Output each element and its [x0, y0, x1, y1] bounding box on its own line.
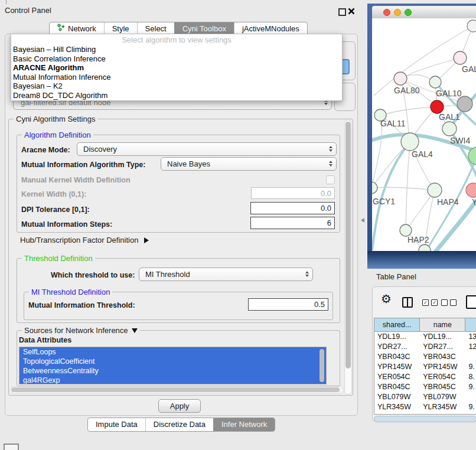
node-top-partial[interactable] — [467, 20, 476, 32]
node-gal4[interactable] — [401, 133, 419, 151]
which-threshold-combobox[interactable]: MI Threshold — [139, 268, 313, 281]
node-hap4[interactable] — [428, 183, 442, 197]
table-row[interactable]: YBL079WYBL079W — [374, 392, 476, 402]
which-threshold-label: Which threshold to use: — [51, 271, 135, 279]
stepper-arrows-icon — [305, 271, 309, 277]
data-attribute-item[interactable]: SelfLoops — [19, 347, 326, 357]
table-row[interactable]: YER054CYER054C8. — [374, 372, 476, 382]
algorithm-popup: Select algorithm to view settings Bayesi… — [11, 34, 343, 101]
table-row[interactable]: YIL052CYIL052C9. — [374, 412, 476, 415]
mi-steps-label: Mutual Information Steps: — [21, 220, 112, 229]
zoom-traffic-light-icon[interactable] — [405, 9, 412, 16]
table-rows: YDL19...YDL19...13YDR27...YDR27...12YBR0… — [374, 332, 476, 415]
settings-hscrollbar-thumb[interactable] — [11, 387, 340, 392]
float-window-icon[interactable] — [338, 8, 346, 16]
sources-title-row[interactable]: Sources for Network Inference — [22, 326, 140, 335]
table-cell: YDL19... — [374, 332, 420, 342]
node-swi4[interactable] — [442, 122, 457, 136]
algorithm-popup-item[interactable]: ARACNE Algorithm — [11, 63, 342, 73]
table-cell: YIL052C — [420, 412, 465, 415]
node-label: GAL1 — [439, 112, 460, 122]
node-gray[interactable] — [457, 96, 472, 112]
column-header-shared-name[interactable]: shared... — [374, 318, 420, 332]
node-gal80[interactable] — [394, 72, 407, 85]
tab-impute-data[interactable]: Impute Data — [88, 418, 145, 431]
show-columns-checked-icon[interactable]: ✓ ✓ — [422, 299, 438, 306]
tab-discretize-data[interactable]: Discretize Data — [145, 418, 213, 431]
data-attribute-item[interactable]: gal4RGexp — [19, 376, 326, 384]
column-header-partial[interactable] — [465, 318, 476, 332]
node-gcy1[interactable] — [372, 182, 377, 194]
table-cell: YDR27... — [374, 342, 420, 352]
columns-icon[interactable] — [402, 297, 413, 308]
checked-box-icon: ✓ — [431, 299, 438, 306]
mi-type-combobox[interactable]: Naive Bayes — [161, 157, 337, 171]
node-hap2[interactable] — [400, 224, 412, 236]
table-cell: 9. — [465, 382, 476, 392]
hide-columns-unchecked-icon[interactable] — [441, 299, 457, 306]
table-cell: YER054C — [374, 372, 420, 382]
checked-box-icon: ✓ — [422, 299, 429, 306]
mi-threshold-title: MI Threshold Definition — [29, 288, 112, 296]
table-row[interactable]: YPR145WYPR145W9. — [374, 362, 476, 372]
table-cell: YER054C — [420, 372, 465, 382]
algorithm-definition-title: Algorithm Definition — [22, 131, 93, 139]
algorithm-popup-item[interactable]: Bayesian – Hill Climbing — [11, 45, 342, 54]
node-pink[interactable] — [466, 183, 476, 197]
algorithm-popup-item[interactable]: Bayesian – K2 — [11, 81, 342, 91]
data-attributes-list[interactable]: SelfLoopsTopologicalCoefficientBetweenne… — [19, 347, 327, 384]
sources-title: Sources for Network Inference — [24, 326, 128, 335]
data-attribute-item[interactable]: BetweennessCentrality — [19, 366, 326, 376]
threshold-definition-title: Threshold Definition — [22, 254, 95, 263]
hub-definition-expander[interactable]: Hub/Transcription Factor Definition — [20, 236, 149, 244]
collapse-down-icon — [132, 328, 138, 333]
algorithm-popup-item[interactable]: Mutual Information Inference — [11, 73, 342, 82]
table-cell: YBR045C — [374, 382, 420, 392]
algorithm-popup-item[interactable]: Basic Correlation Inference — [11, 54, 342, 64]
network-canvas[interactable]: GAL7GAL80GAL10GAL1SWI4GAL4GAL11GCY1HAP4Y… — [372, 18, 476, 251]
kernel-width-field[interactable]: 0.0 — [251, 187, 335, 199]
algorithm-popup-list: Bayesian – Hill ClimbingBasic Correlatio… — [11, 45, 342, 100]
gear-icon[interactable]: ⚙ — [381, 292, 392, 306]
aracne-mode-combobox[interactable]: Discovery — [77, 142, 337, 156]
table-row[interactable]: YLR345WYLR345W9. — [374, 402, 476, 412]
table-hscrollbar[interactable] — [374, 416, 476, 422]
tab-infer-network[interactable]: Infer Network — [213, 418, 275, 431]
mi-steps-field[interactable]: 6 — [250, 217, 335, 229]
table-cell: YBR043C — [420, 352, 465, 362]
stepper-arrows-icon — [329, 161, 332, 167]
cyni-bottom-tabs: Impute Data Discretize Data Infer Networ… — [87, 418, 275, 432]
close-icon[interactable] — [348, 6, 355, 14]
table-cell: YDL19... — [420, 332, 465, 342]
dpi-tolerance-field[interactable]: 0.0 — [250, 202, 335, 214]
kernel-width-label: Kernel Width (0,1): — [21, 190, 86, 198]
hub-definition-label: Hub/Transcription Factor Definition — [20, 236, 138, 244]
table-row[interactable]: YBR043CYBR043C — [374, 352, 476, 362]
document-icon[interactable] — [466, 295, 476, 309]
table-row[interactable]: YBR045CYBR045C9. — [374, 382, 476, 392]
table-panel-card: ⚙ ✓ ✓ shared... name YDL19...YDL19...13Y… — [372, 286, 476, 422]
apply-button[interactable]: Apply — [158, 399, 201, 413]
close-traffic-light-icon[interactable] — [383, 9, 390, 16]
node-label: GAL7 — [462, 64, 476, 74]
tab-label: Impute Data — [96, 418, 138, 431]
table-cell: 8. — [465, 372, 476, 382]
node-label: GAL10 — [436, 89, 462, 98]
manual-kernel-checkbox[interactable] — [326, 175, 335, 184]
node-gal10[interactable] — [429, 76, 441, 88]
table-row[interactable]: YDL19...YDL19...13 — [374, 332, 476, 342]
table-row[interactable]: YDR27...YDR27...12 — [374, 342, 476, 352]
settings-vscrollbar-thumb[interactable] — [345, 122, 351, 369]
algorithm-popup-item[interactable]: Dream8 DC_TDC Algorithm — [11, 91, 342, 100]
data-attribute-item[interactable]: TopologicalCoefficient — [19, 357, 326, 366]
list-scrollbar-thumb[interactable] — [319, 349, 324, 382]
network-window-titlebar[interactable] — [372, 6, 476, 19]
node-gal7[interactable] — [454, 51, 467, 64]
column-header-name[interactable]: name — [420, 318, 465, 332]
manual-kernel-label: Manual Kernel Width Definition — [21, 176, 131, 184]
minimize-traffic-light-icon[interactable] — [394, 9, 401, 16]
mi-threshold-field[interactable]: 0.5 — [248, 298, 328, 311]
node-red[interactable] — [431, 100, 444, 113]
panel-divider-grip[interactable] — [361, 218, 364, 223]
table-cell: YDR27... — [420, 342, 465, 352]
